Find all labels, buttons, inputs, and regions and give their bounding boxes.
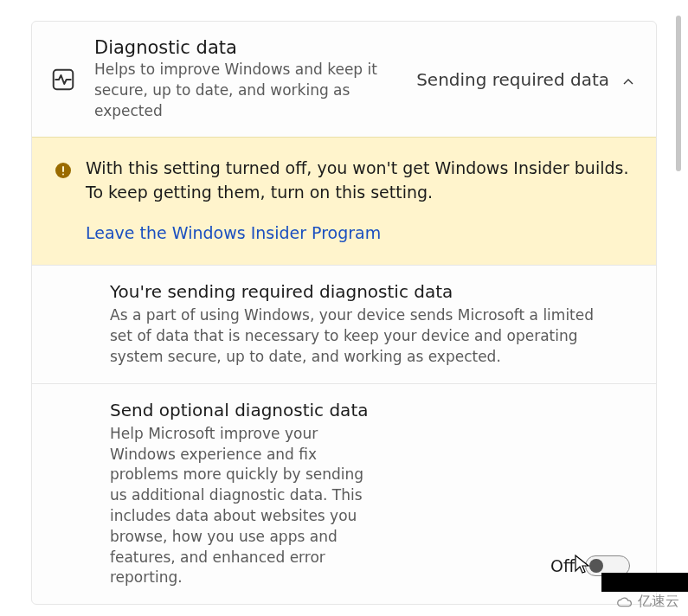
required-data-title: You're sending required diagnostic data — [110, 281, 635, 302]
toggle-knob — [589, 559, 603, 573]
scrollbar-thumb[interactable] — [676, 16, 681, 171]
diagnostic-status: Sending required data — [416, 69, 635, 90]
diagnostic-title: Diagnostic data — [94, 37, 401, 58]
watermark-label: 亿速云 — [638, 593, 679, 611]
chevron-up-icon[interactable] — [621, 73, 635, 87]
heartbeat-icon — [48, 64, 79, 95]
optional-toggle-label: Off — [550, 556, 575, 575]
insider-warning-body: With this setting turned off, you won't … — [86, 157, 633, 242]
diagnostic-header-text: Diagnostic data Helps to improve Windows… — [94, 37, 401, 121]
insider-warning: With this setting turned off, you won't … — [32, 137, 656, 265]
watermark-bar — [601, 573, 688, 592]
svg-rect-2 — [62, 166, 64, 172]
cloud-icon — [615, 596, 634, 608]
diagnostic-desc: Helps to improve Windows and keep it sec… — [94, 60, 380, 121]
diagnostic-status-text: Sending required data — [416, 69, 609, 90]
required-data-desc: As a part of using Windows, your device … — [110, 305, 612, 367]
svg-rect-3 — [62, 174, 64, 176]
diagnostic-data-panel: Diagnostic data Helps to improve Windows… — [31, 21, 657, 605]
diagnostic-header[interactable]: Diagnostic data Helps to improve Windows… — [32, 22, 656, 137]
required-data-text: You're sending required diagnostic data … — [110, 281, 635, 367]
warning-icon — [55, 162, 72, 179]
optional-data-text: Send optional diagnostic data Help Micro… — [110, 400, 533, 588]
leave-insider-link[interactable]: Leave the Windows Insider Program — [86, 223, 381, 242]
required-data-section: You're sending required diagnostic data … — [32, 265, 656, 382]
watermark: 亿速云 — [615, 593, 679, 611]
optional-data-desc: Help Microsoft improve your Windows expe… — [110, 424, 378, 588]
optional-data-section: Send optional diagnostic data Help Micro… — [32, 383, 656, 604]
insider-warning-text: With this setting turned off, you won't … — [86, 157, 633, 204]
optional-data-title: Send optional diagnostic data — [110, 400, 533, 420]
